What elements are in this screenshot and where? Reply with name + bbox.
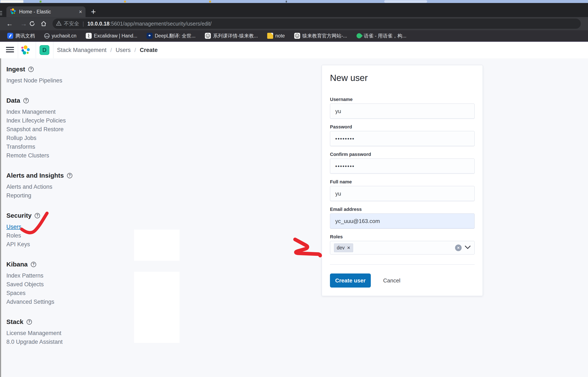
- deepl-icon: [147, 33, 153, 39]
- breadcrumb-separator: /: [134, 47, 136, 53]
- help-icon[interactable]: ?: [23, 98, 29, 103]
- password-input[interactable]: [330, 131, 475, 146]
- sidebar-item-index-management[interactable]: Index Management: [6, 107, 109, 116]
- url-separator: |: [83, 21, 84, 27]
- sidebar-section-ingest: Ingest ? Ingest Node Pipelines: [6, 66, 109, 85]
- sidebar-item-remote-clusters[interactable]: Remote Clusters: [6, 151, 109, 160]
- sidebar-section-stack: Stack ? License Management 8.0 Upgrade A…: [6, 318, 109, 346]
- browser-tab[interactable]: Home - Elastic ×: [6, 6, 86, 17]
- section-title: Ingest: [6, 66, 25, 73]
- os-background-strip: [0, 0, 588, 3]
- bookmark-item[interactable]: Excalidraw | Hand...: [86, 33, 137, 39]
- confirm-password-label: Confirm password: [330, 152, 475, 157]
- remove-role-icon[interactable]: ✕: [347, 245, 350, 250]
- url-host: 10.0.0.18: [88, 21, 110, 27]
- not-secure-label: 不安全: [64, 20, 79, 27]
- background-window-titlebar: [384, 0, 427, 3]
- confirm-password-field-group: Confirm password: [330, 152, 475, 174]
- chevron-down-icon[interactable]: [465, 246, 471, 250]
- new-user-panel: New user Username Password Confirm passw…: [322, 65, 483, 296]
- clear-selection-icon[interactable]: ✕: [455, 245, 462, 251]
- sidebar-item-reporting[interactable]: Reporting: [6, 191, 109, 200]
- page-content: Ingest ? Ingest Node Pipelines Data ? In…: [0, 58, 588, 377]
- section-title: Stack: [6, 318, 23, 325]
- sidebar-section-alerts-insights: Alerts and Insights ? Alerts and Actions…: [6, 172, 109, 200]
- address-bar[interactable]: 不安全 | 10.0.0.18:5601/app/management/secu…: [53, 19, 581, 29]
- help-icon[interactable]: ?: [27, 319, 32, 325]
- username-label: Username: [330, 97, 475, 102]
- taskbar-dot-icon: [286, 1, 287, 2]
- sidebar-section-security: Security ? Users Roles API Keys: [6, 212, 109, 249]
- password-field-group: Password: [330, 124, 475, 146]
- help-icon[interactable]: ?: [67, 173, 72, 178]
- reload-button[interactable]: [27, 19, 37, 29]
- sidebar-item-saved-objects[interactable]: Saved Objects: [6, 280, 109, 289]
- email-field-group: Email address: [330, 207, 475, 229]
- roles-combobox[interactable]: dev ✕ ✕: [330, 241, 475, 255]
- space-avatar[interactable]: D: [40, 45, 49, 55]
- sidebar-item-upgrade-assistant[interactable]: 8.0 Upgrade Assistant: [6, 338, 109, 346]
- full-name-input[interactable]: [330, 186, 475, 201]
- elastic-favicon: [10, 8, 16, 15]
- bookmark-item[interactable]: 猿来教育官方网站-...: [294, 33, 347, 39]
- help-icon[interactable]: ?: [35, 213, 40, 218]
- yuanlai-site-icon: [294, 33, 300, 39]
- screen-edge-artifact: [0, 11, 2, 16]
- sidebar-item-rollup-jobs[interactable]: Rollup Jobs: [6, 134, 109, 142]
- username-field-group: Username: [330, 97, 475, 119]
- redaction-patch: [134, 230, 179, 261]
- bookmarks-bar: 腾讯文档 yuchaoit.cn Excalidraw | Hand... De…: [0, 30, 588, 42]
- url-path: :5601/app/management/security/users/edit…: [110, 21, 211, 27]
- sidebar-item-license-management[interactable]: License Management: [6, 329, 109, 338]
- breadcrumb-users[interactable]: Users: [116, 47, 131, 53]
- sidebar-section-kibana: Kibana ? Index Patterns Saved Objects Sp…: [6, 261, 109, 306]
- form-title: New user: [330, 73, 475, 83]
- elastic-logo[interactable]: [21, 45, 31, 56]
- sidebar-item-users[interactable]: Users: [6, 223, 109, 231]
- sidebar-item-alerts-and-actions[interactable]: Alerts and Actions: [6, 183, 109, 191]
- sidebar-item-ingest-node-pipelines[interactable]: Ingest Node Pipelines: [6, 76, 109, 85]
- full-name-field-group: Full name: [330, 179, 475, 201]
- bookmark-item[interactable]: 语雀 - 用语雀，构...: [356, 33, 407, 39]
- screen-edge-artifact: [0, 58, 1, 377]
- role-tag-dev[interactable]: dev ✕: [334, 243, 353, 252]
- bookmark-item[interactable]: DeepL翻译: 全世...: [147, 33, 196, 39]
- tab-close-icon[interactable]: ×: [79, 9, 82, 14]
- home-button[interactable]: [39, 19, 48, 29]
- back-button[interactable]: ←: [5, 19, 14, 29]
- full-name-label: Full name: [330, 179, 475, 185]
- sidebar-item-index-patterns[interactable]: Index Patterns: [6, 271, 109, 280]
- sidebar-item-api-keys[interactable]: API Keys: [6, 240, 109, 249]
- role-tag-label: dev: [337, 245, 345, 251]
- sidebar-item-roles[interactable]: Roles: [6, 231, 109, 240]
- breadcrumb-stack-management[interactable]: Stack Management: [57, 47, 107, 53]
- create-user-button[interactable]: Create user: [330, 273, 371, 288]
- breadcrumb-create: Create: [140, 47, 158, 53]
- section-title: Security: [6, 212, 32, 219]
- username-input[interactable]: [330, 104, 475, 119]
- help-icon[interactable]: ?: [31, 262, 36, 267]
- confirm-password-input[interactable]: [330, 158, 475, 174]
- bookmark-item[interactable]: yuchaoit.cn: [44, 33, 76, 39]
- section-title: Data: [6, 97, 20, 104]
- bookmark-item[interactable]: 腾讯文档: [7, 33, 35, 39]
- email-input[interactable]: [330, 213, 475, 229]
- sidebar-item-snapshot-and-restore[interactable]: Snapshot and Restore: [6, 125, 109, 134]
- sidebar-item-advanced-settings[interactable]: Advanced Settings: [6, 297, 109, 306]
- menu-hamburger-icon[interactable]: [6, 47, 14, 52]
- sidebar-item-index-lifecycle-policies[interactable]: Index Lifecycle Policies: [6, 116, 109, 125]
- sidebar-item-transforms[interactable]: Transforms: [6, 142, 109, 151]
- yuanfudao-icon: [205, 33, 211, 39]
- sidebar-item-spaces[interactable]: Spaces: [6, 289, 109, 297]
- form-divider: [330, 264, 475, 265]
- bookmark-item[interactable]: 系列课详情-猿来教...: [205, 33, 258, 39]
- tab-title: Home - Elastic: [19, 9, 77, 15]
- cancel-button[interactable]: Cancel: [383, 277, 400, 284]
- section-title: Alerts and Insights: [6, 172, 64, 179]
- new-tab-button[interactable]: +: [89, 7, 98, 17]
- taskbar-dot-icon: [209, 1, 211, 2]
- form-actions: Create user Cancel: [330, 273, 475, 288]
- help-icon[interactable]: ?: [28, 67, 33, 72]
- bookmark-item[interactable]: note: [267, 33, 285, 39]
- background-window-artifact: [0, 0, 23, 3]
